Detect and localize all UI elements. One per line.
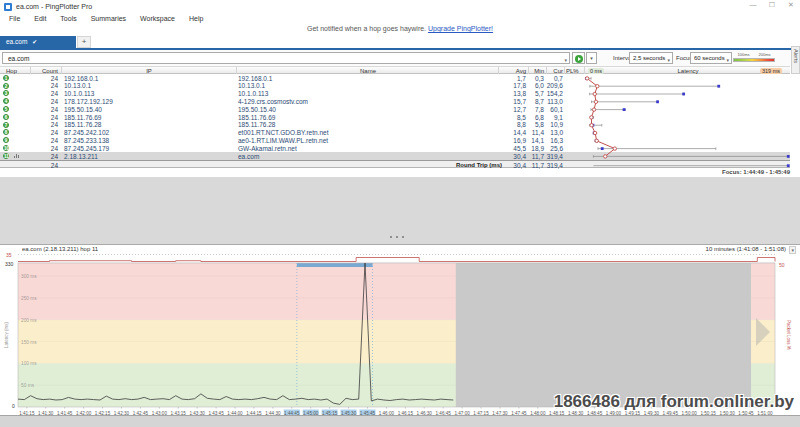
upgrade-link[interactable]: Upgrade PingPlotter! bbox=[428, 25, 493, 32]
legend-100ms: 100ms bbox=[737, 52, 749, 57]
new-tab-button[interactable]: + bbox=[77, 36, 91, 48]
legend-200ms: 200ms bbox=[758, 52, 770, 57]
menu-help[interactable]: Help bbox=[182, 14, 210, 24]
tab-ea-com[interactable]: ea.com✔ bbox=[0, 36, 76, 48]
interval-select[interactable]: 2,5 seconds▾ bbox=[629, 52, 673, 64]
svg-text:Latency (ms): Latency (ms) bbox=[4, 321, 9, 348]
alerts-tab-label: Alerts bbox=[793, 49, 799, 63]
svg-text:200 ms: 200 ms bbox=[21, 318, 37, 323]
maximize-button[interactable]: ☐ bbox=[767, 1, 777, 9]
svg-text:150 ms: 150 ms bbox=[21, 340, 37, 345]
tab-bar: ea.com✔ + bbox=[0, 36, 800, 48]
title-bar: ea.com - PingPlotter Pro — ☐ ✕ bbox=[0, 0, 800, 14]
target-input[interactable]: ea.com▾ bbox=[2, 52, 570, 64]
interval-value: 2,5 seconds bbox=[633, 55, 665, 61]
menu-edit[interactable]: Edit bbox=[27, 14, 53, 24]
trace-options-dropdown[interactable]: ▾ bbox=[586, 52, 597, 64]
interval-dropdown-icon[interactable]: ▾ bbox=[667, 55, 670, 66]
forum-watermark: 1866486 для forum.onliner.by bbox=[554, 392, 794, 412]
focus-dropdown-icon[interactable]: ▾ bbox=[726, 55, 729, 66]
play-icon bbox=[575, 55, 583, 63]
app-icon bbox=[4, 3, 12, 11]
bottom-scroll-area[interactable] bbox=[0, 415, 800, 427]
svg-text:100 ms: 100 ms bbox=[21, 361, 37, 366]
close-button[interactable]: ✕ bbox=[786, 1, 796, 9]
banner-text: Get notified when a hop goes haywire. bbox=[307, 25, 426, 32]
start-trace-button[interactable] bbox=[572, 52, 585, 64]
svg-text:250 ms: 250 ms bbox=[21, 296, 37, 301]
focus-value: 60 seconds bbox=[694, 55, 725, 61]
svg-text:Packet Loss %: Packet Loss % bbox=[786, 320, 791, 350]
pingplotter-window: ea.com - PingPlotter Pro — ☐ ✕ FileEditT… bbox=[0, 0, 800, 427]
legend-gradient-bar bbox=[733, 58, 775, 62]
window-title: ea.com - PingPlotter Pro bbox=[16, 3, 92, 10]
tab-label: ea.com bbox=[6, 38, 27, 45]
hop-latency-chart[interactable] bbox=[0, 74, 800, 170]
panel-gap bbox=[0, 177, 800, 244]
alerts-side-tab[interactable]: Alerts bbox=[791, 46, 800, 74]
latency-axis-max: 319 ms bbox=[760, 68, 782, 74]
menu-summaries[interactable]: Summaries bbox=[84, 14, 133, 24]
menu-file[interactable]: File bbox=[2, 14, 27, 24]
trace-table-header: Hop Count IP Name Avg Min Cur PL% 0 ms L… bbox=[0, 66, 790, 74]
forward-arrow-icon bbox=[756, 318, 770, 346]
toolbar: ea.com▾ ▾ Interval 2,5 seconds▾ Focus 60… bbox=[0, 50, 800, 66]
svg-text:330: 330 bbox=[5, 261, 14, 267]
svg-text:50 ms: 50 ms bbox=[21, 383, 35, 388]
svg-text:300 ms: 300 ms bbox=[21, 274, 37, 279]
target-dropdown-icon[interactable]: ▾ bbox=[564, 55, 567, 66]
upgrade-banner: Get notified when a hop goes haywire. Up… bbox=[0, 25, 800, 32]
splitter-handle[interactable] bbox=[390, 236, 404, 238]
focus-select[interactable]: 60 seconds▾ bbox=[690, 52, 732, 64]
target-value: ea.com bbox=[8, 55, 29, 62]
menu-tools[interactable]: Tools bbox=[53, 14, 83, 24]
svg-text:0: 0 bbox=[12, 403, 15, 409]
menu-bar: FileEditToolsSummariesWorkspaceHelp bbox=[2, 14, 210, 24]
minimize-button[interactable]: — bbox=[748, 1, 758, 9]
svg-text:50: 50 bbox=[779, 262, 785, 268]
menu-workspace[interactable]: Workspace bbox=[133, 14, 182, 24]
svg-text:35: 35 bbox=[6, 252, 12, 258]
latency-color-legend: 100ms200ms bbox=[733, 52, 775, 64]
timeline-graph[interactable]: 50 ms100 ms150 ms200 ms250 ms300 ms35330… bbox=[0, 252, 800, 415]
tab-check-icon: ✔ bbox=[32, 39, 37, 45]
